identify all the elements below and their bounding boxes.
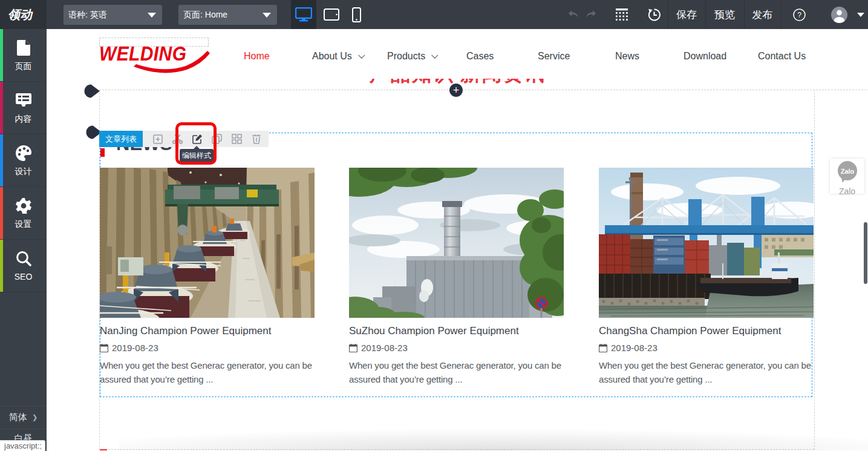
svg-text:领动: 领动 bbox=[8, 8, 33, 21]
svg-text:Zalo: Zalo bbox=[841, 168, 855, 175]
svg-text:?: ? bbox=[797, 11, 801, 19]
